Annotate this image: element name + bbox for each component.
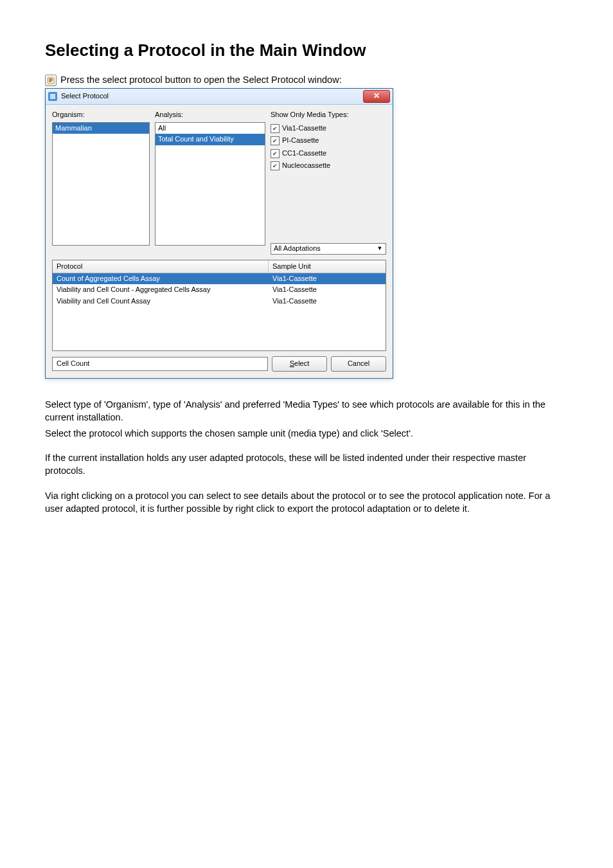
chevron-down-icon: ▼ [375, 244, 384, 253]
close-icon: ✕ [373, 91, 380, 102]
close-button[interactable]: ✕ [363, 90, 390, 103]
cell-protocol: Count of Aggregated Cells Assay [53, 273, 269, 284]
checkbox-icon[interactable] [271, 124, 280, 133]
cancel-button[interactable]: Cancel [331, 356, 386, 372]
table-row[interactable]: Viability and Cell Count - Aggregated Ce… [53, 284, 386, 295]
media-check-row[interactable]: CC1-Cassette [271, 149, 386, 158]
dialog-titlebar: Select Protocol ✕ [46, 89, 393, 105]
paragraph: Select the protocol which supports the c… [45, 427, 568, 440]
svg-rect-5 [50, 94, 55, 99]
checkbox-label: Via1-Cassette [282, 123, 326, 133]
paragraph: Select type of 'Organism', type of 'Anal… [45, 398, 568, 424]
adaptations-value: All Adaptations [274, 244, 321, 253]
cell-protocol: Viability and Cell Count Assay [53, 296, 269, 307]
checkbox-label: CC1-Cassette [282, 149, 326, 158]
media-types-label: Show Only Media Types: [271, 110, 386, 120]
protocol-table-header: Protocol Sample Unit [53, 260, 386, 273]
svg-rect-1 [49, 78, 53, 79]
cell-protocol: Viability and Cell Count - Aggregated Ce… [53, 284, 269, 295]
media-check-row[interactable]: Nucleocassette [271, 161, 386, 170]
analysis-listbox[interactable]: All Total Count and Viability [155, 122, 265, 246]
checkbox-label: PI-Cassette [282, 136, 319, 145]
list-item[interactable]: Mammalian [53, 123, 149, 134]
dialog-app-icon [48, 92, 57, 101]
paragraph: If the current installation holds any us… [45, 451, 568, 478]
protocol-table-body: Count of Aggregated Cells Assay Via1-Cas… [53, 273, 386, 350]
cell-sample: Via1-Cassette [269, 273, 386, 284]
select-button-rest: elect [294, 359, 309, 367]
organism-label: Organism: [52, 110, 150, 120]
checkbox-icon[interactable] [271, 136, 280, 145]
status-display: Cell Count [52, 357, 268, 371]
checkbox-icon[interactable] [271, 161, 280, 170]
protocol-table: Protocol Sample Unit Count of Aggregated… [52, 260, 386, 351]
organism-listbox[interactable]: Mammalian [52, 122, 150, 246]
page-heading: Selecting a Protocol in the Main Window [45, 39, 568, 62]
checkbox-label: Nucleocassette [282, 161, 330, 170]
analysis-label: Analysis: [155, 110, 265, 120]
select-button[interactable]: Select [272, 356, 327, 372]
list-item[interactable]: Total Count and Viability [155, 134, 265, 145]
dialog-title: Select Protocol [61, 91, 363, 101]
select-protocol-icon [45, 75, 57, 86]
media-check-row[interactable]: Via1-Cassette [271, 123, 386, 133]
select-protocol-dialog: Select Protocol ✕ Organism: Mammalian An… [45, 88, 393, 379]
checkbox-icon[interactable] [271, 149, 280, 158]
cell-sample: Via1-Cassette [269, 284, 386, 295]
list-item[interactable]: All [155, 123, 265, 134]
adaptations-select[interactable]: All Adaptations ▼ [271, 243, 386, 255]
table-row[interactable]: Viability and Cell Count Assay Via1-Cass… [53, 296, 386, 307]
table-row[interactable]: Count of Aggregated Cells Assay Via1-Cas… [53, 273, 386, 284]
svg-rect-2 [49, 80, 53, 80]
intro-text: Press the select protocol button to open… [60, 73, 342, 86]
svg-rect-3 [49, 81, 51, 82]
column-header-sample-unit[interactable]: Sample Unit [269, 260, 386, 273]
paragraph: Via right clicking on a protocol you can… [45, 489, 568, 516]
cell-sample: Via1-Cassette [269, 296, 386, 307]
column-header-protocol[interactable]: Protocol [53, 260, 269, 273]
status-text: Cell Count [57, 359, 89, 368]
cancel-button-label: Cancel [348, 359, 369, 368]
media-check-row[interactable]: PI-Cassette [271, 136, 386, 145]
intro-line: Press the select protocol button to open… [45, 73, 568, 86]
